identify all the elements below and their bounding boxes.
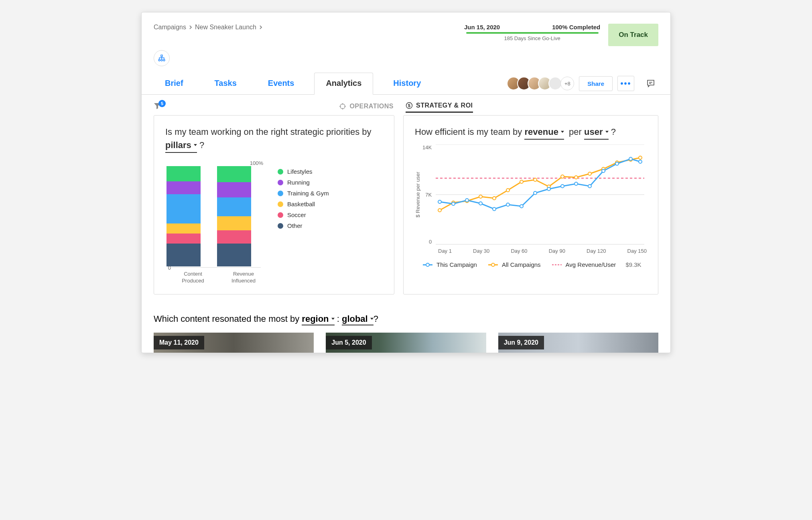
region-dropdown[interactable]: region xyxy=(302,314,334,325)
svg-text:$: $ xyxy=(408,103,411,108)
filter-button[interactable]: 5 xyxy=(154,102,162,111)
tab-brief[interactable]: Brief xyxy=(154,73,195,94)
subtab-strategy-roi[interactable]: $ STRATEGY & ROI xyxy=(406,102,473,113)
thumb-date: May 11, 2020 xyxy=(154,336,204,349)
card-efficiency-title: How efficient is my team by revenue per … xyxy=(415,125,647,140)
svg-point-42 xyxy=(639,160,642,163)
bar-content-produced xyxy=(166,166,201,266)
title-text: How efficient is my team by xyxy=(415,127,522,137)
legend-item: Basketball xyxy=(287,201,315,207)
svg-point-32 xyxy=(506,203,510,206)
tab-events[interactable]: Events xyxy=(257,73,306,94)
svg-point-27 xyxy=(438,200,441,203)
avatar-stack[interactable]: +8 xyxy=(510,77,574,90)
svg-point-22 xyxy=(588,172,591,175)
thumb-date: Jun 5, 2020 xyxy=(326,336,371,349)
avatar-overflow-count[interactable]: +8 xyxy=(560,77,574,90)
legend-item: This Campaign xyxy=(436,261,477,268)
chevron-right-icon xyxy=(189,25,193,29)
svg-rect-0 xyxy=(161,55,162,57)
breadcrumb: Campaigns New Sneaker Launch xyxy=(154,24,263,31)
title-text: ? xyxy=(611,127,616,137)
breadcrumb-root[interactable]: Campaigns xyxy=(154,24,186,31)
card-efficiency: How efficient is my team by revenue per … xyxy=(403,115,658,295)
share-button[interactable]: Share xyxy=(579,76,613,91)
svg-point-18 xyxy=(534,178,537,181)
days-since-live: 185 Days Since Go-Live xyxy=(504,35,560,41)
subtab-operations-label: OPERATIONS xyxy=(349,103,394,110)
stacked-bar-chart: 100% xyxy=(165,162,383,284)
title-text: ? xyxy=(374,314,378,324)
revenue-dropdown[interactable]: revenue xyxy=(524,125,564,140)
hierarchy-icon-button[interactable] xyxy=(154,50,170,66)
svg-point-3 xyxy=(163,59,165,61)
svg-point-44 xyxy=(426,263,429,266)
pillars-dropdown[interactable]: pillars xyxy=(165,138,197,153)
card-priorities-title: Is my team working on the right strategi… xyxy=(165,125,383,153)
tab-tasks[interactable]: Tasks xyxy=(203,73,248,94)
title-text: Is my team working on the right strategi… xyxy=(165,127,371,137)
line-chart-legend: This Campaign All Campaigns Avg Revenue/… xyxy=(423,261,647,268)
svg-point-11 xyxy=(438,209,441,212)
more-menu-button[interactable]: ••• xyxy=(617,76,634,91)
top-bar: Campaigns New Sneaker Launch Jun 15, 202… xyxy=(142,12,670,46)
svg-point-21 xyxy=(574,176,578,179)
svg-point-17 xyxy=(520,180,523,183)
legend-value: $9.3K xyxy=(625,261,641,268)
svg-point-15 xyxy=(493,197,496,200)
title-text: ? xyxy=(199,140,204,150)
bottom-title: Which content resonated the most by regi… xyxy=(154,314,658,325)
status-percent: 100% Completed xyxy=(552,24,600,30)
svg-point-26 xyxy=(639,156,642,159)
bar-label-content: ContentProduced xyxy=(175,271,211,284)
title-text: Which content resonated the most by xyxy=(154,314,299,324)
bottom-section: Which content resonated the most by regi… xyxy=(142,314,670,353)
bar-revenue-influenced xyxy=(217,166,251,266)
target-icon xyxy=(339,103,346,110)
subtab-strategy-roi-label: STRATEGY & ROI xyxy=(416,102,473,109)
svg-point-16 xyxy=(506,189,510,192)
svg-point-40 xyxy=(615,162,619,165)
user-dropdown[interactable]: user xyxy=(584,125,608,140)
status-block: Jun 15, 2020 100% Completed 185 Days Sin… xyxy=(464,24,600,41)
comments-button[interactable] xyxy=(643,76,658,91)
thumb-date: Jun 9, 2020 xyxy=(498,336,544,349)
card-priorities: Is my team working on the right strategi… xyxy=(154,115,394,295)
legend-item: Soccer xyxy=(287,211,306,218)
tab-analytics[interactable]: Analytics xyxy=(314,73,373,95)
legend-item: Other xyxy=(287,222,302,229)
progress-bar xyxy=(466,32,599,34)
subtab-operations[interactable]: OPERATIONS xyxy=(339,102,394,113)
line-chart xyxy=(436,144,644,245)
svg-point-34 xyxy=(534,191,537,195)
svg-point-30 xyxy=(479,202,482,205)
svg-point-31 xyxy=(493,207,496,211)
svg-point-38 xyxy=(588,185,591,188)
content-thumb[interactable]: Jun 9, 2020 xyxy=(498,333,658,353)
tab-history[interactable]: History xyxy=(382,73,432,94)
app-window: Campaigns New Sneaker Launch Jun 15, 202… xyxy=(141,12,671,353)
title-text: per xyxy=(569,127,582,137)
content-thumb[interactable]: May 11, 2020 xyxy=(154,333,314,353)
svg-point-1 xyxy=(158,59,160,61)
legend-item: Avg Revenue/User xyxy=(566,261,616,268)
filter-count-badge: 5 xyxy=(158,100,166,107)
y-ticks: 14K7K0 xyxy=(422,144,434,245)
legend-item: Lifestyles xyxy=(287,168,313,175)
chevron-right-icon xyxy=(259,25,263,29)
bar-label-revenue: RevenueInfluenced xyxy=(225,271,262,284)
legend-item: All Campaigns xyxy=(502,261,541,268)
content-thumb[interactable]: Jun 5, 2020 xyxy=(326,333,486,353)
chat-icon xyxy=(646,79,655,88)
svg-point-20 xyxy=(561,175,564,178)
stacked-legend: Lifestyles Running Training & Gym Basket… xyxy=(278,168,329,284)
hierarchy-icon xyxy=(158,55,165,62)
svg-point-28 xyxy=(452,202,455,205)
global-dropdown[interactable]: global xyxy=(342,314,374,325)
breadcrumb-item[interactable]: New Sneaker Launch xyxy=(195,24,256,31)
y-axis-label: $ Revenue per user xyxy=(415,144,421,245)
dollar-icon: $ xyxy=(406,102,413,109)
avatar[interactable] xyxy=(548,77,562,90)
y-tick-0: 0 xyxy=(165,265,173,271)
svg-point-35 xyxy=(547,187,550,191)
